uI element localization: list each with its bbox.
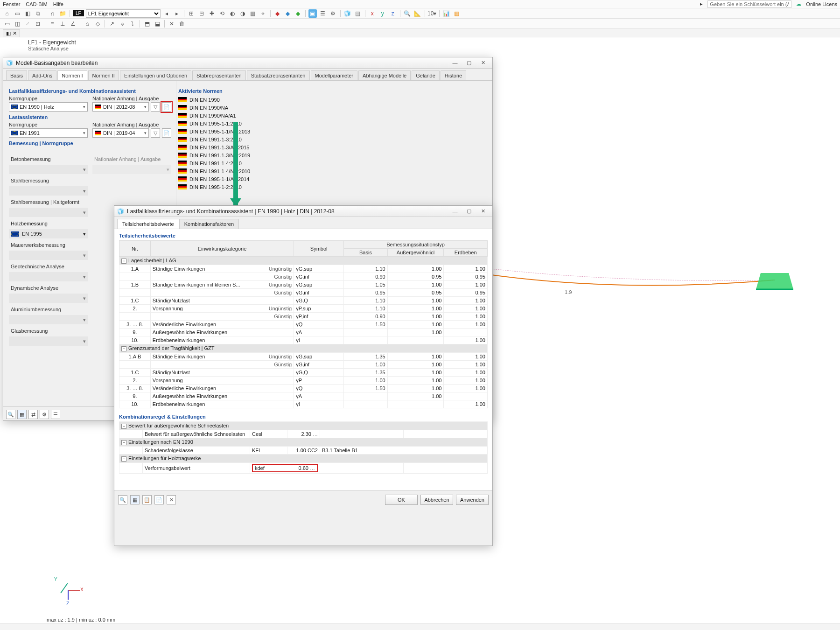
- collapse-icon[interactable]: −: [121, 424, 126, 429]
- collapse-icon[interactable]: −: [121, 440, 126, 445]
- tb-icon[interactable]: ◧: [23, 9, 32, 18]
- list-button[interactable]: ☰: [51, 410, 60, 419]
- dialog-tab[interactable]: Basis: [6, 70, 27, 80]
- tb-icon[interactable]: 📁: [58, 9, 67, 18]
- tb-icon[interactable]: ⟐: [118, 20, 126, 28]
- tab-kombofaktoren[interactable]: Kombinationsfaktoren: [179, 219, 239, 229]
- copy-button[interactable]: 📋: [142, 495, 152, 504]
- tb-icon[interactable]: 🔍: [403, 9, 412, 18]
- tb-icon[interactable]: ◆: [284, 9, 292, 18]
- keyword-search[interactable]: [707, 0, 791, 8]
- tb-icon[interactable]: 10▾: [428, 9, 436, 18]
- tb-icon[interactable]: ▸: [173, 9, 181, 18]
- open-button[interactable]: 📄: [162, 128, 171, 138]
- dialog-tab[interactable]: Normen I: [57, 70, 87, 80]
- tb-icon[interactable]: ◇: [93, 20, 102, 28]
- dialog-tab[interactable]: Einstellungen und Optionen: [120, 70, 191, 80]
- din-combo[interactable]: DIN | 2012-08▾: [92, 102, 149, 112]
- tb-icon[interactable]: ☰: [319, 9, 327, 18]
- tb-icon[interactable]: ⟲: [218, 9, 226, 18]
- tb-icon[interactable]: ⟋: [23, 20, 32, 28]
- tb-icon[interactable]: ▣: [308, 9, 317, 18]
- collapse-icon[interactable]: −: [121, 346, 126, 351]
- tab-teilsicherheit[interactable]: Teilsicherheitsbeiwerte: [117, 219, 179, 229]
- tb-icon[interactable]: ▦: [453, 9, 461, 18]
- doc-tab[interactable]: ◧✕: [3, 29, 20, 37]
- tb-icon[interactable]: ◆: [294, 9, 302, 18]
- cancel-button[interactable]: Abbrechen: [420, 495, 453, 505]
- tb-icon[interactable]: ✕: [168, 20, 176, 28]
- tb-icon[interactable]: x: [368, 9, 377, 18]
- search-button[interactable]: 🔍: [118, 495, 127, 504]
- loadcase-combo[interactable]: LF1 Eigengewicht: [86, 9, 161, 18]
- dialog-tab[interactable]: Normen II: [88, 70, 119, 80]
- tb-icon[interactable]: ◆: [273, 9, 282, 18]
- tb-icon[interactable]: ◂: [162, 9, 171, 18]
- delete-button[interactable]: ✕: [167, 495, 176, 504]
- tb-icon[interactable]: 📐: [413, 9, 422, 18]
- tb-icon[interactable]: ◑: [238, 9, 247, 18]
- tb-icon[interactable]: 📊: [442, 9, 451, 18]
- holz-combo[interactable]: EN 1995▾: [9, 229, 88, 238]
- tb-icon[interactable]: ∠: [69, 20, 77, 28]
- open-assistant-button[interactable]: 📄: [162, 102, 171, 112]
- license-status[interactable]: ☁: [796, 1, 801, 7]
- dialog-tab[interactable]: Historie: [441, 70, 466, 80]
- tb-icon[interactable]: ⎌: [48, 9, 56, 18]
- grid-button[interactable]: ▦: [130, 495, 140, 504]
- tb-icon[interactable]: ⚙: [329, 9, 337, 18]
- tb-icon[interactable]: ⧉: [34, 9, 42, 18]
- menu-item[interactable]: Hilfe: [53, 1, 63, 7]
- tb-icon[interactable]: ◐: [228, 9, 237, 18]
- tb-icon[interactable]: y: [378, 9, 387, 18]
- collapse-icon[interactable]: −: [121, 259, 126, 264]
- tb-icon[interactable]: ▭: [3, 20, 11, 28]
- tb-icon[interactable]: ⌖: [259, 9, 267, 18]
- collapse-icon[interactable]: −: [121, 456, 126, 462]
- tb-icon[interactable]: z: [389, 9, 397, 18]
- close-button[interactable]: ✕: [476, 59, 490, 67]
- tb-icon[interactable]: ▭: [13, 9, 21, 18]
- tb-icon[interactable]: ⤵: [128, 20, 137, 28]
- ok-button[interactable]: OK: [385, 495, 418, 505]
- tb-icon[interactable]: ↗: [108, 20, 116, 28]
- tb-icon[interactable]: ▦: [249, 9, 257, 18]
- tb-icon[interactable]: ◫: [13, 20, 21, 28]
- close-button[interactable]: ✕: [476, 207, 490, 216]
- minimize-button[interactable]: —: [448, 207, 462, 216]
- dialog-tab[interactable]: Stabsatzrepräsentanten: [247, 70, 310, 80]
- filter-button[interactable]: ▽: [151, 102, 160, 112]
- maximize-button[interactable]: ▢: [462, 207, 476, 216]
- filter-button[interactable]: ▽: [151, 128, 160, 138]
- minimize-button[interactable]: —: [448, 59, 462, 67]
- tb-icon[interactable]: ⊡: [34, 20, 42, 28]
- tb-icon[interactable]: ⊞: [187, 9, 196, 18]
- tb-icon[interactable]: ⌂: [3, 9, 11, 18]
- tb-icon[interactable]: ⊟: [197, 9, 206, 18]
- normgruppe-combo[interactable]: EN 1990 | Holz▾: [9, 102, 88, 112]
- tb-icon[interactable]: ⊥: [58, 20, 67, 28]
- tb-icon[interactable]: 🗑: [178, 20, 186, 28]
- menu-item[interactable]: Fenster: [3, 1, 20, 7]
- settings-button[interactable]: ⚙: [40, 410, 49, 419]
- menu-item[interactable]: CAD-BIM: [26, 1, 47, 7]
- din2-combo[interactable]: DIN | 2019-04▾: [92, 128, 149, 138]
- maximize-button[interactable]: ▢: [462, 59, 476, 67]
- tb-icon[interactable]: ▤: [354, 9, 362, 18]
- tb-icon[interactable]: ⬓: [153, 20, 161, 28]
- apply-button[interactable]: Anwenden: [456, 495, 489, 505]
- paste-button[interactable]: 📄: [154, 495, 164, 504]
- tb-icon[interactable]: ✚: [208, 9, 216, 18]
- tb-icon[interactable]: ⬒: [143, 20, 151, 28]
- normgruppe2-combo[interactable]: EN 1991▾: [9, 128, 88, 138]
- grid-button[interactable]: ▦: [17, 410, 27, 419]
- tb-icon[interactable]: ⌂: [83, 20, 91, 28]
- tb-icon[interactable]: ≡: [48, 20, 56, 28]
- tb-icon[interactable]: 🧊: [343, 9, 352, 18]
- copy-button[interactable]: ⇄: [28, 410, 38, 419]
- search-button[interactable]: 🔍: [6, 410, 15, 419]
- dialog-tab[interactable]: Add-Ons: [28, 70, 56, 80]
- dialog-tab[interactable]: Modellparameter: [311, 70, 358, 80]
- dialog-tab[interactable]: Stabrepräsentanten: [192, 70, 246, 80]
- dialog-tab[interactable]: Gelände: [412, 70, 440, 80]
